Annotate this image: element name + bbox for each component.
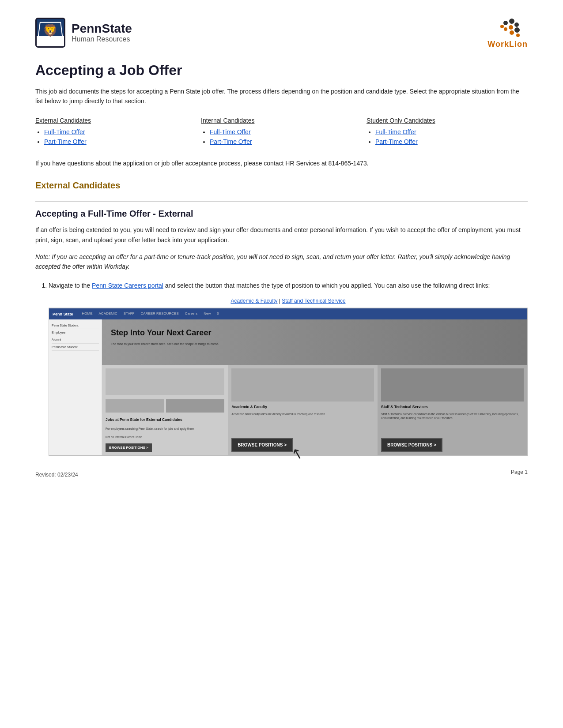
branding-left: 🦁 PennState Human Resources bbox=[35, 18, 132, 48]
svg-point-6 bbox=[509, 25, 513, 30]
nav-academic: ACADEMIC bbox=[97, 310, 119, 318]
nav-staff: STAFF bbox=[122, 310, 136, 318]
portal-link[interactable]: Penn State Careers portal bbox=[92, 282, 163, 289]
svg-point-8 bbox=[504, 27, 507, 31]
sidebar-item-1: Penn State Student bbox=[52, 322, 99, 329]
footer-row: Revised: 02/23/24 Page 1 bbox=[35, 465, 528, 478]
penn-state-name: PennState Human Resources bbox=[72, 22, 132, 44]
internal-fulltime-link[interactable]: Full-Time Offer bbox=[210, 128, 358, 135]
staff-pos-image bbox=[381, 368, 524, 402]
internal-candidates-col: Internal Candidates Full-Time Offer Part… bbox=[196, 117, 362, 148]
sidebar-item-4: PennState Student bbox=[52, 344, 99, 351]
section-divider bbox=[35, 201, 528, 202]
academic-pos-image bbox=[231, 368, 374, 402]
academic-positions-panel: Academic & Faculty Academic and Faculty … bbox=[228, 365, 378, 455]
positions-row: Jobs at Penn State for External Candidat… bbox=[102, 365, 527, 455]
intro-paragraph: This job aid documents the steps for acc… bbox=[35, 86, 528, 106]
academic-faculty-link[interactable]: Academic & Faculty bbox=[230, 298, 277, 304]
svg-point-11 bbox=[500, 25, 504, 28]
external-section-title: External Candidates bbox=[35, 180, 528, 192]
internal-parttime-link[interactable]: Part-Time Offer bbox=[210, 138, 358, 145]
ext-img-1 bbox=[106, 399, 164, 413]
svg-point-4 bbox=[509, 19, 514, 24]
external-row-imgs bbox=[106, 399, 224, 413]
external-positions-panel: Jobs at Penn State for External Candidat… bbox=[102, 365, 228, 455]
svg-point-5 bbox=[514, 23, 519, 27]
external-browse-button[interactable]: BROWSE POSITIONS > bbox=[106, 443, 152, 452]
contact-paragraph: If you have questions about the applicat… bbox=[35, 158, 528, 168]
screenshot-nav-logo: Penn State bbox=[53, 311, 73, 317]
svg-point-7 bbox=[514, 27, 520, 33]
hero-images bbox=[517, 326, 518, 355]
academic-pos-title: Academic & Faculty bbox=[231, 404, 374, 410]
nav-careers: Careers bbox=[183, 310, 199, 318]
screenshot-link-bar: Academic & Faculty | Staff and Technical… bbox=[49, 295, 528, 308]
external-pos-desc: For employees searching Penn State, sear… bbox=[106, 427, 224, 431]
student-fulltime-link[interactable]: Full-Time Offer bbox=[375, 128, 523, 135]
page-title: Accepting a Job Offer bbox=[35, 62, 528, 79]
hero-left: Step Into Your Next Career The road to y… bbox=[111, 326, 512, 358]
external-candidates-header[interactable]: External Candidates bbox=[35, 117, 192, 124]
nav-new: New bbox=[202, 310, 212, 318]
screenshot-sidebar: Penn State Student Employee Alumni PennS… bbox=[49, 319, 102, 455]
fulltime-description: If an offer is being extended to you, yo… bbox=[35, 225, 528, 245]
staff-pos-title: Staff & Technical Services bbox=[381, 404, 524, 410]
svg-point-9 bbox=[510, 30, 514, 35]
worklion-logo-graphic bbox=[492, 18, 523, 40]
external-pos-image bbox=[106, 368, 224, 395]
academic-pos-desc: Academic and Faculty roles are directly … bbox=[231, 412, 374, 435]
student-candidates-col: Student Only Candidates Full-Time Offer … bbox=[362, 117, 528, 148]
internal-candidates-header[interactable]: Internal Candidates bbox=[201, 117, 358, 124]
careers-portal-screenshot: Penn State HOME ACADEMIC STAFF CAREER RE… bbox=[49, 308, 528, 456]
external-pos-title: Jobs at Penn State for External Candidat… bbox=[106, 417, 224, 423]
external-pos-small: Not an Internal Career Home bbox=[106, 435, 224, 439]
note-text: Note: If you are accepting an offer for … bbox=[35, 252, 528, 272]
steps-list: Navigate to the Penn State Careers porta… bbox=[35, 281, 528, 456]
academic-browse-button[interactable]: BROWSE POSITIONS > bbox=[231, 438, 293, 452]
fulltime-offer-title: Accepting a Full-Time Offer - External bbox=[35, 209, 528, 219]
hero-title: Step Into Your Next Career bbox=[111, 326, 512, 339]
staff-browse-button[interactable]: BROWSE POSITIONS > bbox=[381, 438, 442, 452]
hero-desc: The road to your best career starts here… bbox=[111, 342, 512, 346]
svg-point-10 bbox=[516, 34, 520, 37]
candidates-navigation: External Candidates Full-Time Offer Part… bbox=[35, 117, 528, 148]
nav-career: CAREER RESOURCES bbox=[139, 310, 181, 318]
student-parttime-link[interactable]: Part-Time Offer bbox=[375, 138, 523, 145]
staff-positions-panel: Staff & Technical Services Staff & Techn… bbox=[378, 365, 527, 455]
nav-home: HOME bbox=[80, 310, 94, 318]
screenshot-nav: Penn State HOME ACADEMIC STAFF CAREER RE… bbox=[49, 308, 527, 319]
worklion-text: WorkLion bbox=[487, 40, 528, 49]
ext-img-2 bbox=[166, 399, 225, 413]
external-fulltime-link[interactable]: Full-Time Offer bbox=[44, 128, 192, 135]
page-header: 🦁 PennState Human Resources WorkLion bbox=[35, 18, 528, 49]
screenshot-body: Penn State Student Employee Alumni PennS… bbox=[49, 319, 527, 455]
svg-text:🦁: 🦁 bbox=[43, 23, 58, 38]
revised-date: Revised: 02/23/24 bbox=[35, 472, 78, 478]
external-candidates-col: External Candidates Full-Time Offer Part… bbox=[35, 117, 196, 148]
sidebar-item-2: Employee bbox=[52, 329, 99, 336]
staff-pos-desc: Staff & Technical Service candidates in … bbox=[381, 412, 524, 435]
external-parttime-link[interactable]: Part-Time Offer bbox=[44, 138, 192, 145]
screenshot-nav-items: HOME ACADEMIC STAFF CAREER RESOURCES Car… bbox=[80, 310, 221, 318]
sidebar-item-3: Alumni bbox=[52, 336, 99, 343]
page-number: Page 1 bbox=[511, 469, 528, 478]
nav-count: 0 bbox=[215, 310, 220, 318]
svg-point-3 bbox=[503, 21, 508, 25]
penn-state-shield-icon: 🦁 bbox=[35, 18, 65, 48]
student-candidates-header[interactable]: Student Only Candidates bbox=[367, 117, 523, 124]
staff-technical-link[interactable]: Staff and Technical Service bbox=[282, 298, 345, 304]
screenshot-hero: Step Into Your Next Career The road to y… bbox=[102, 319, 527, 365]
worklion-logo: WorkLion bbox=[487, 18, 528, 49]
screenshot-wrapper: Academic & Faculty | Staff and Technical… bbox=[49, 295, 528, 456]
screenshot-main: Step Into Your Next Career The road to y… bbox=[102, 319, 527, 455]
step-1: Navigate to the Penn State Careers porta… bbox=[49, 281, 528, 456]
